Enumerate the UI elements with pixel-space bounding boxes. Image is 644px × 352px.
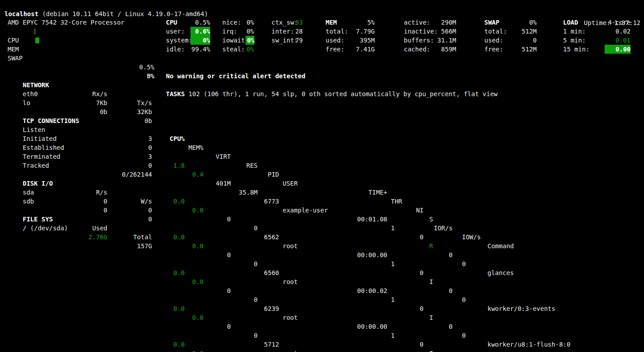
- process-cpu-percent: 0.0: [169, 268, 185, 277]
- process-user: root: [283, 277, 298, 286]
- process-row: 0.0 0.0 0 0 6562 root 00:00.00 1 0 I 0 0…: [0, 179, 644, 188]
- cpu-ctxsw-value: 33: [280, 18, 303, 27]
- process-command: glances: [487, 268, 514, 277]
- load-cores: 4-core: [595, 18, 631, 27]
- process-res: 0: [233, 295, 258, 304]
- process-res: 0: [233, 331, 258, 340]
- load-5min-value: 0.01: [595, 36, 631, 45]
- process-state: R: [429, 242, 433, 250]
- swap-title: SWAP: [484, 18, 500, 27]
- swap-percent: 0%: [501, 18, 537, 27]
- process-threads: 1: [391, 331, 394, 340]
- process-state: I: [429, 277, 433, 286]
- process-nice: 0: [405, 304, 424, 313]
- rx-value: 7Kb: [52, 98, 107, 107]
- swap-free-label: free:: [484, 45, 503, 54]
- process-mem-percent: 0.4: [188, 170, 203, 179]
- process-mem-percent: 0.0: [188, 313, 203, 322]
- interface-name: lo: [23, 99, 30, 106]
- process-command: kworker/0:3-events: [487, 304, 555, 313]
- process-command: kworker/u8:1-flush-8:0: [487, 340, 570, 349]
- tasks-summary-line: TASKS 102 (106 thr), 1 run, 54 slp, 0 ot…: [166, 89, 498, 98]
- process-mem-percent: 0.0: [188, 206, 203, 215]
- stats-strip: CPU 0.5% user: 0.6% system: 0% idle: 99.…: [0, 18, 644, 54]
- tasks-title: TASKS: [166, 90, 185, 98]
- tasks-summary: 102 (106 thr), 1 run, 54 slp, 0 oth sort…: [185, 90, 498, 98]
- process-state: I: [429, 349, 433, 352]
- cpu-irq-value: 0%: [232, 27, 254, 36]
- swap-used-label: used:: [484, 36, 503, 45]
- mem-title: MEM: [326, 18, 337, 27]
- process-pid: 5712: [259, 340, 279, 349]
- mem-cached-value: 859M: [420, 45, 456, 54]
- process-row: 0.0 0.0 0 0 6560 root 00:00.02 1 0 I 0 0…: [0, 215, 644, 224]
- load-15min-value: 0.00: [605, 45, 631, 54]
- mem-used-value: 395M: [339, 36, 375, 45]
- process-pid: 6560: [259, 268, 279, 277]
- mem-buffers-value: 31.1M: [420, 36, 456, 45]
- process-mem-percent: 0.0: [188, 349, 203, 352]
- process-user: root: [283, 242, 298, 250]
- cpu-iowait-value: 0%: [246, 36, 254, 45]
- process-row: 0.0 0.0 0 0 6239 root 00:00.00 1 0 I 0 0…: [0, 250, 644, 259]
- process-io-write: 0: [462, 295, 466, 304]
- network-row: eth0 7Kb 32Kb: [8, 81, 154, 89]
- cpu-iowait-label: iowait:: [222, 36, 249, 45]
- hostname: localhost: [4, 10, 38, 17]
- load-1min-value: 0.02: [595, 27, 631, 36]
- process-cpu-percent: 0.0: [169, 233, 185, 242]
- process-row: 0.0 0.0 0 0 5712 root 00:00.00 1 0 I 0 0…: [0, 286, 644, 295]
- process-cpu-percent: 1.8: [169, 161, 185, 170]
- tcp-header-row: TCP CONNECTIONS: [8, 107, 154, 116]
- process-pid: 6239: [259, 304, 279, 313]
- process-state: I: [429, 313, 433, 322]
- cpu-title: CPU: [166, 18, 177, 27]
- process-threads: 1: [391, 295, 394, 304]
- process-table-header: CPU% MEM% VIRT RES PID USER TIME+ THR NI…: [0, 116, 644, 125]
- cpu-steal-value: 0%: [232, 45, 254, 54]
- process-row: 0.0 0.0 0 0 5056 root 00:00.00 1 0 S 0 0…: [0, 322, 644, 331]
- process-nice: 0: [405, 268, 424, 277]
- process-pid: 6562: [259, 233, 279, 242]
- load-5min-label: 5 min:: [563, 36, 586, 45]
- process-mem-percent: 0.0: [188, 277, 203, 286]
- process-user: example-user: [283, 206, 328, 215]
- network-header-row: NETWORK Rx/s Tx/s: [8, 72, 154, 81]
- cpu-system-label: system:: [166, 36, 192, 45]
- mem-active-value: 290M: [420, 18, 456, 27]
- load-1min-label: 1 min:: [563, 27, 586, 36]
- process-threads: 1: [391, 259, 394, 268]
- process-io-write: 0: [462, 331, 466, 340]
- mem-inactive-value: 566M: [420, 27, 456, 36]
- process-cpu-percent: 0.0: [169, 304, 185, 313]
- cpu-idle-value: 99.4%: [178, 45, 210, 54]
- system-info: (debian 10.11 64bit / Linux 4.19.0-17-am…: [38, 10, 208, 17]
- process-nice: 0: [405, 233, 424, 242]
- cpu-inter-value: 28: [280, 27, 303, 36]
- load-15min-label: 15 min:: [563, 45, 589, 54]
- cpu-swint-value: 79: [280, 36, 303, 45]
- process-mem-percent: 0.0: [188, 242, 203, 250]
- alert-message: No warning or critical alert detected: [166, 72, 305, 81]
- mem-percent: 5%: [339, 18, 375, 27]
- mem-free-value: 7.41G: [339, 45, 375, 54]
- swap-free-value: 512M: [501, 45, 537, 54]
- title-bar: localhost (debian 10.11 64bit / Linux 4.…: [0, 0, 644, 9]
- process-io-write: 0: [462, 259, 466, 268]
- process-res: 0: [233, 224, 258, 233]
- process-row: 1.8 0.4 401M 35.8M 6773 example-user 00:…: [0, 143, 644, 152]
- cpu-total: 0.5%: [178, 18, 210, 27]
- quicklook-cpu-percent: 0.5%: [119, 63, 154, 72]
- process-cpu-percent: 0.0: [169, 197, 185, 206]
- terminal-glances[interactable]: { "colors": { "background": "#000000", "…: [0, 0, 644, 352]
- process-pid: 6773: [259, 197, 279, 206]
- process-res: 0: [233, 259, 258, 268]
- process-cpu-percent: 0.0: [169, 340, 185, 349]
- process-user: root: [283, 349, 298, 352]
- mem-total-value: 7.79G: [339, 27, 375, 36]
- swap-used-value: 0: [501, 36, 537, 45]
- cpu-system-value: 0%: [191, 36, 210, 45]
- process-nice: 0: [405, 340, 424, 349]
- load-title: LOAD: [563, 18, 578, 27]
- process-threads: 1: [391, 224, 394, 233]
